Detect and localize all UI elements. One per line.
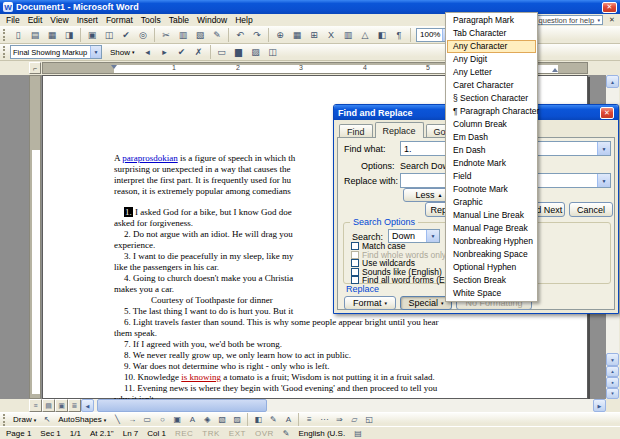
chevron-down-icon[interactable]: ▼ <box>597 142 610 155</box>
special-menu-item[interactable]: Graphic <box>447 196 536 209</box>
insert-hyperlink-icon[interactable]: ⊕ <box>272 27 288 43</box>
3d-style-icon[interactable]: ◱ <box>362 413 376 426</box>
text-box-icon[interactable]: ▣ <box>170 413 184 426</box>
special-menu-item[interactable]: Column Break <box>447 118 536 131</box>
checkbox-box[interactable] <box>351 268 359 276</box>
show-hide-icon[interactable]: ¶ <box>391 27 407 43</box>
research-icon[interactable]: ◎ <box>135 27 151 43</box>
cut-icon[interactable]: ✂ <box>158 27 174 43</box>
fill-color-icon[interactable]: ◧ <box>251 413 265 426</box>
save-icon[interactable]: ▦ <box>44 27 60 43</box>
tables-borders-icon[interactable]: ▦ <box>289 27 305 43</box>
dialog-tab[interactable]: Replace <box>375 122 424 138</box>
menu-item[interactable]: Table <box>165 14 193 26</box>
document-map-icon[interactable]: ◧ <box>374 27 390 43</box>
special-menu-item[interactable]: Optional Hyphen <box>447 261 536 274</box>
menu-item[interactable]: Help <box>231 14 256 26</box>
menu-item[interactable]: Edit <box>24 14 47 26</box>
reject-change-icon[interactable]: ✗ <box>191 44 207 60</box>
chevron-down-icon[interactable]: ▼ <box>597 174 610 187</box>
status-toggle[interactable]: TRK <box>202 429 220 438</box>
chevron-down-icon[interactable]: ▼ <box>90 46 101 58</box>
format-menu-button[interactable]: Format ▾ <box>344 296 396 310</box>
special-menu-item[interactable]: Manual Line Break <box>447 209 536 222</box>
line-style-icon[interactable]: ≡ <box>302 413 316 426</box>
format-painter-icon[interactable]: ✎ <box>209 27 225 43</box>
cancel-button[interactable]: Cancel <box>569 202 613 217</box>
chevron-down-icon[interactable]: ▼ <box>426 230 439 242</box>
special-menu-item[interactable]: Any Letter <box>447 66 536 79</box>
indent-marker-right[interactable] <box>552 68 558 72</box>
chevron-down-icon[interactable]: ▾ <box>597 17 600 23</box>
track-changes-icon[interactable]: ▨ <box>248 44 264 60</box>
next-change-icon[interactable]: ▸ <box>157 44 173 60</box>
checkbox-box[interactable] <box>351 242 359 250</box>
spelling-status-icon[interactable]: ✎ <box>283 429 290 438</box>
hyperlink[interactable]: paraprosdokian <box>122 153 177 163</box>
print-preview-icon[interactable]: ◫ <box>101 27 117 43</box>
special-menu-item[interactable]: Section Break <box>447 274 536 287</box>
select-browse-object-icon[interactable]: ● <box>606 377 619 388</box>
highlight-icon[interactable]: ▆ <box>231 44 247 60</box>
accept-change-icon[interactable]: ✔ <box>174 44 190 60</box>
status-language[interactable]: English (U.S. <box>298 429 345 438</box>
dash-style-icon[interactable]: ⋯ <box>317 413 331 426</box>
special-menu-item[interactable]: Em Dash <box>447 131 536 144</box>
special-menu-item[interactable]: Paragraph Mark <box>447 14 536 27</box>
scroll-left-icon[interactable]: ◀ <box>81 399 94 412</box>
dialog-tab[interactable]: Find <box>339 124 373 138</box>
font-color-icon[interactable]: A <box>281 413 295 426</box>
special-menu-item[interactable]: Endnote Mark <box>447 157 536 170</box>
draw-menu-button[interactable]: Draw ▾ <box>10 414 39 426</box>
special-menu-item[interactable]: Any Character <box>447 40 536 53</box>
toolbar-grip[interactable] <box>3 414 6 426</box>
browse-previous-icon[interactable]: ▲ <box>606 366 619 377</box>
rectangle-icon[interactable]: ▭ <box>140 413 154 426</box>
paste-icon[interactable]: ▧ <box>192 27 208 43</box>
special-menu-item[interactable]: Nonbreaking Hyphen <box>447 235 536 248</box>
autoshapes-menu-button[interactable]: AutoShapes ▾ <box>55 414 109 426</box>
scroll-up-icon[interactable]: ▲ <box>606 75 619 88</box>
menu-item[interactable]: Format <box>102 14 137 26</box>
oval-icon[interactable]: ○ <box>155 413 169 426</box>
menu-item[interactable]: Insert <box>73 14 102 26</box>
line-icon[interactable]: ╲ <box>110 413 124 426</box>
insert-excel-icon[interactable]: X <box>323 27 339 43</box>
print-layout-icon[interactable]: ▣ <box>55 399 68 412</box>
scroll-right-icon[interactable]: ▶ <box>593 399 606 412</box>
special-menu-item[interactable]: White Space <box>447 287 536 300</box>
special-menu-item[interactable]: Tab Character <box>447 27 536 40</box>
close-document-icon[interactable]: ✕ <box>606 15 618 25</box>
select-objects-icon[interactable]: ↖ <box>40 413 54 426</box>
dialog-close-icon[interactable]: ✕ <box>600 107 614 119</box>
checkbox-box[interactable] <box>351 251 359 259</box>
drawing-icon[interactable]: △ <box>357 27 373 43</box>
vertical-ruler[interactable] <box>29 75 41 399</box>
menu-item[interactable]: Window <box>193 14 231 26</box>
copy-icon[interactable]: ▥ <box>175 27 191 43</box>
checkbox-box[interactable] <box>351 259 359 267</box>
special-menu-item[interactable]: En Dash <box>447 144 536 157</box>
special-menu-item[interactable]: Nonbreaking Space <box>447 248 536 261</box>
menu-item[interactable]: Tools <box>137 14 165 26</box>
diagram-icon[interactable]: ◈ <box>200 413 214 426</box>
toolbar-grip[interactable] <box>3 29 6 41</box>
scrollbar-track[interactable] <box>94 399 593 412</box>
redo-icon[interactable]: ↷ <box>249 27 265 43</box>
new-document-icon[interactable]: ▯ <box>10 27 26 43</box>
indent-marker-left[interactable] <box>111 65 117 69</box>
status-toggle[interactable]: OVR <box>255 429 274 438</box>
menu-item[interactable]: View <box>46 14 72 26</box>
special-menu-item[interactable]: Caret Character <box>447 79 536 92</box>
normal-view-icon[interactable]: ≡ <box>29 399 42 412</box>
horizontal-scrollbar[interactable]: ≡▤▣≣ ◀ ▶ <box>29 399 606 412</box>
arrow-icon[interactable]: → <box>125 413 139 426</box>
web-layout-icon[interactable]: ▤ <box>42 399 55 412</box>
clip-art-icon[interactable]: ▧ <box>215 413 229 426</box>
insert-comment-icon[interactable]: ▭ <box>214 44 230 60</box>
print-icon[interactable]: ▣ <box>84 27 100 43</box>
display-for-review-combobox[interactable]: Final Showing Markup ▼ <box>10 45 102 59</box>
window-close-icon[interactable]: ✕ <box>602 2 617 13</box>
previous-change-icon[interactable]: ◂ <box>140 44 156 60</box>
arrow-style-icon[interactable]: ⇒ <box>332 413 346 426</box>
